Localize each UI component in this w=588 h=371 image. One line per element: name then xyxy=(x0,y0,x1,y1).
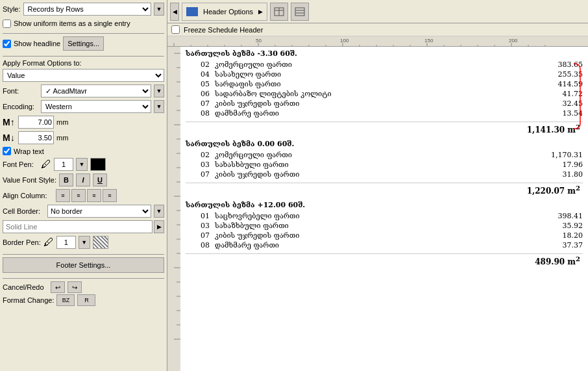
font-pen-row: Font Pen: 🖊 ▼ xyxy=(3,158,164,171)
apply-format-select[interactable]: Value xyxy=(3,69,164,82)
format-change-r-button[interactable]: R xyxy=(77,294,95,306)
row-name: სარდაფის ფართი xyxy=(215,80,531,88)
schedule-group-1: სართულის ბეზმა -3.30 60შ. 02 კომერციული … xyxy=(186,49,583,134)
font-pen-label: Font Pen: xyxy=(3,160,38,168)
wrap-text-row: Wrap text xyxy=(3,147,164,155)
row-name: კომერციული ფართი xyxy=(215,151,531,159)
freeze-checkbox[interactable] xyxy=(171,25,180,34)
wrap-text-label: Wrap text xyxy=(14,147,44,155)
uniform-items-row: Show uniform items as a single entry xyxy=(3,19,164,28)
row-code: 04 xyxy=(186,70,215,79)
wrap-text-checkbox[interactable] xyxy=(3,147,11,155)
row-value: 37.37 xyxy=(531,241,583,249)
format-change-row: Format Change: BZ R xyxy=(3,294,164,306)
border-pen-input[interactable] xyxy=(56,236,76,249)
cancel-redo-label: Cancel/Redo xyxy=(3,283,48,291)
cell-border-label: Cell Border: xyxy=(3,207,45,215)
toolbar-icon-btn-2[interactable] xyxy=(291,3,309,21)
cell-border-arrow[interactable]: ▼ xyxy=(154,205,164,218)
font-select[interactable]: ✓ AcadMtavr xyxy=(41,84,151,97)
font-dropdown-arrow[interactable]: ▼ xyxy=(154,84,164,97)
bold-button[interactable]: B xyxy=(59,173,73,186)
solid-line-input[interactable] xyxy=(3,220,153,233)
uniform-items-checkbox[interactable] xyxy=(3,19,11,28)
table-row: 06 სადარბაზო ლიფტების კოლიტი 41.72 xyxy=(186,90,583,99)
show-headline-checkbox[interactable] xyxy=(3,40,11,48)
align-justify-button[interactable]: ≡ xyxy=(103,189,117,202)
row-value: 35.92 xyxy=(531,222,583,230)
row-code: 06 xyxy=(186,90,215,98)
row-code: 02 xyxy=(186,151,215,159)
undo-button[interactable]: ↩ xyxy=(51,281,65,293)
format-change-bz-button[interactable]: BZ xyxy=(56,294,75,306)
table-row: 01 საცხოვრებელი ფართი 398.41 xyxy=(186,212,583,222)
border-pen-arrow[interactable]: ▼ xyxy=(79,236,90,249)
footer-settings-button[interactable]: Footer Settings... xyxy=(3,257,164,273)
schedule-group-3: სართულის ბეზმა +12.00 60შ. 01 საცხოვრებე… xyxy=(186,201,583,266)
group-header-2: სართულის ბეზმა 0.00 60შ. xyxy=(186,140,583,148)
height2-input[interactable] xyxy=(18,131,54,144)
align-right-button[interactable]: ≡ xyxy=(87,189,101,202)
ruler-canvas xyxy=(167,36,588,47)
headline-row: Show headline Settings... xyxy=(3,36,164,51)
align-column-label: Align Column: xyxy=(3,192,55,199)
align-center-button[interactable]: ≡ xyxy=(71,189,86,202)
uniform-items-label: Show uniform items as a single entry xyxy=(14,19,130,28)
height1-input[interactable] xyxy=(18,116,54,129)
pen-dropdown-arrow[interactable]: ▼ xyxy=(76,158,88,171)
table-row: 03 სახასხბული ფართი 17.96 xyxy=(186,160,583,170)
style-select[interactable]: Records by Rows xyxy=(23,3,151,16)
group-header-1: სართულის ბეზმა -3.30 60შ. xyxy=(186,49,583,58)
row-name: დამხმარე ფართი xyxy=(215,241,531,249)
style-dropdown-arrow[interactable]: ▼ xyxy=(154,3,164,16)
content-area: სართულის ბეზმა -3.30 60შ. 02 კომერციული … xyxy=(167,47,588,371)
header-options-button[interactable]: Header Options ▶ xyxy=(182,3,267,21)
color-swatch[interactable] xyxy=(90,158,106,171)
row-code: 07 xyxy=(186,231,215,240)
freeze-label: Freeze Schedule Header xyxy=(184,26,263,34)
border-pen-icon: 🖊 xyxy=(43,237,54,248)
height2-icon: M↓ xyxy=(3,133,16,143)
redo-button[interactable]: ↪ xyxy=(67,281,82,293)
underline-button[interactable]: U xyxy=(93,173,107,186)
row-code: 08 xyxy=(186,241,215,249)
align-left-button[interactable]: ≡ xyxy=(56,189,70,202)
table-row: 07 კიბის უჯრედის ფართი 18.20 xyxy=(186,231,583,241)
row-name: საცხოვრებელი ფართი xyxy=(215,212,531,220)
schedule-content: სართულის ბეზმა -3.30 60შ. 02 კომერციული … xyxy=(180,47,588,371)
table-row: 04 სასახელო ფართი 255.35 xyxy=(186,70,583,80)
row-code: 02 xyxy=(186,60,215,69)
right-area: ◀ Header Options ▶ Freeze Schedule Heade… xyxy=(167,0,588,371)
pen-value-input[interactable] xyxy=(54,158,73,171)
row-name: დამხმარე ფართი xyxy=(215,109,531,118)
show-headline-label: Show headline xyxy=(14,40,60,47)
height1-unit: mm xyxy=(56,118,68,126)
schedule-group-2: სართულის ბეზმა 0.00 60შ. 02 კომერციული ფ… xyxy=(186,140,583,196)
toolbar-icon-btn-1[interactable] xyxy=(270,3,288,21)
settings-button[interactable]: Settings... xyxy=(63,36,104,51)
solid-line-arrow[interactable]: ▶ xyxy=(154,220,164,233)
border-pen-row: Border Pen: 🖊 ▼ xyxy=(3,236,164,249)
border-pattern-swatch xyxy=(93,236,108,249)
row-code: 07 xyxy=(186,99,215,108)
left-panel: Style: Records by Rows ▼ Show uniform it… xyxy=(0,0,167,371)
vertical-ruler xyxy=(167,47,180,371)
height1-row: M↑ mm xyxy=(3,116,164,129)
row-value: 31.80 xyxy=(531,170,583,179)
table-row: 07 კიბის უჯრედის ფართი 32.45 xyxy=(186,99,583,109)
cell-border-select[interactable]: No border xyxy=(47,205,151,218)
align-column-row: Align Column: ≡ ≡ ≡ ≡ xyxy=(3,189,164,202)
italic-button[interactable]: I xyxy=(76,173,90,186)
apply-format-label: Apply Format Options to: xyxy=(3,59,164,67)
cell-border-row: Cell Border: No border ▼ xyxy=(3,205,164,218)
toolbar: ◀ Header Options ▶ xyxy=(167,0,588,23)
horizontal-ruler xyxy=(167,36,588,47)
header-options-dropdown-arrow: ▶ xyxy=(258,8,263,15)
panel-collapse-arrow[interactable]: ◀ xyxy=(170,3,179,21)
encoding-dropdown-arrow[interactable]: ▼ xyxy=(154,100,164,113)
row-code: 07 xyxy=(186,170,215,179)
table-row: 07 კიბის უჯრედის ფართი 31.80 xyxy=(186,170,583,180)
v-ruler-canvas xyxy=(167,47,180,371)
encoding-select[interactable]: Western xyxy=(41,100,151,113)
style-label: Style: xyxy=(3,5,21,13)
